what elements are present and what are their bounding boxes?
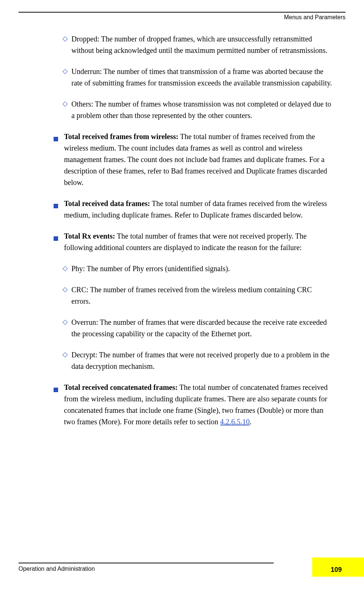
section-title: Menus and Parameters (284, 14, 346, 20)
sub-item-text: CRC: The number of frames received from … (71, 284, 333, 307)
main-list-item: Total Rx events: The total number of fra… (54, 230, 333, 253)
item-lead: Total Rx events: (64, 232, 115, 240)
section-link[interactable]: 4.2.6.5.10 (220, 418, 250, 426)
page-number: 109 (331, 566, 342, 574)
main-list-item: Total received data frames: The total nu… (54, 198, 333, 221)
sub-item-text: Dropped: The number of dropped frames, w… (71, 33, 333, 56)
item-lead: Total received concatenated frames: (64, 383, 178, 391)
diamond-icon: ◇ (63, 98, 71, 109)
sub-item-text: Decrypt: The number of frames that were … (71, 349, 333, 372)
main-list-item: Total received concatenated frames: The … (54, 382, 333, 428)
item-lead: Total received frames from wireless: (64, 132, 178, 141)
main-item-text: Total received concatenated frames: The … (64, 382, 333, 428)
sub-list-item: ◇ CRC: The number of frames received fro… (54, 284, 333, 307)
sub-list-item: ◇ Dropped: The number of dropped frames,… (54, 33, 333, 56)
item-lead: Total received data frames: (64, 199, 150, 208)
sub-list-item: ◇ Decrypt: The number of frames that wer… (54, 349, 333, 372)
square-bullet-icon (54, 133, 64, 145)
page-content: ◇ Dropped: The number of dropped frames,… (54, 33, 333, 437)
sub-item-text: Underrun: The number of times that trans… (71, 66, 333, 89)
sub-item-text: Overrun: The number of frames that were … (71, 317, 333, 340)
item-rest-post: . (250, 418, 252, 426)
diamond-icon: ◇ (63, 284, 71, 295)
sub-list-item: ◇ Phy: The number of Phy errors (unident… (54, 263, 333, 274)
main-item-text: Total Rx events: The total number of fra… (64, 230, 333, 253)
diamond-icon: ◇ (63, 33, 71, 44)
square-bullet-icon (54, 233, 64, 244)
page-footer: Operation and Administration (18, 563, 346, 572)
page-header: Menus and Parameters (18, 12, 346, 21)
sub-item-text: Others: The number of frames whose trans… (71, 98, 333, 121)
main-item-text: Total received frames from wireless: The… (64, 131, 333, 188)
sub-list-item: ◇ Underrun: The number of times that tra… (54, 66, 333, 89)
main-list-item: Total received frames from wireless: The… (54, 131, 333, 188)
diamond-icon: ◇ (63, 317, 71, 327)
diamond-icon: ◇ (63, 66, 71, 77)
sub-list-item: ◇ Overrun: The number of frames that wer… (54, 317, 333, 340)
sub-item-text: Phy: The number of Phy errors (unidentif… (71, 263, 333, 274)
main-item-text: Total received data frames: The total nu… (64, 198, 333, 221)
diamond-icon: ◇ (63, 349, 71, 360)
sub-list-item: ◇ Others: The number of frames whose tra… (54, 98, 333, 121)
diamond-icon: ◇ (63, 263, 71, 274)
doc-title: Operation and Administration (18, 566, 346, 572)
square-bullet-icon (54, 200, 64, 212)
square-bullet-icon (54, 384, 64, 395)
footer-rule (18, 563, 274, 563)
